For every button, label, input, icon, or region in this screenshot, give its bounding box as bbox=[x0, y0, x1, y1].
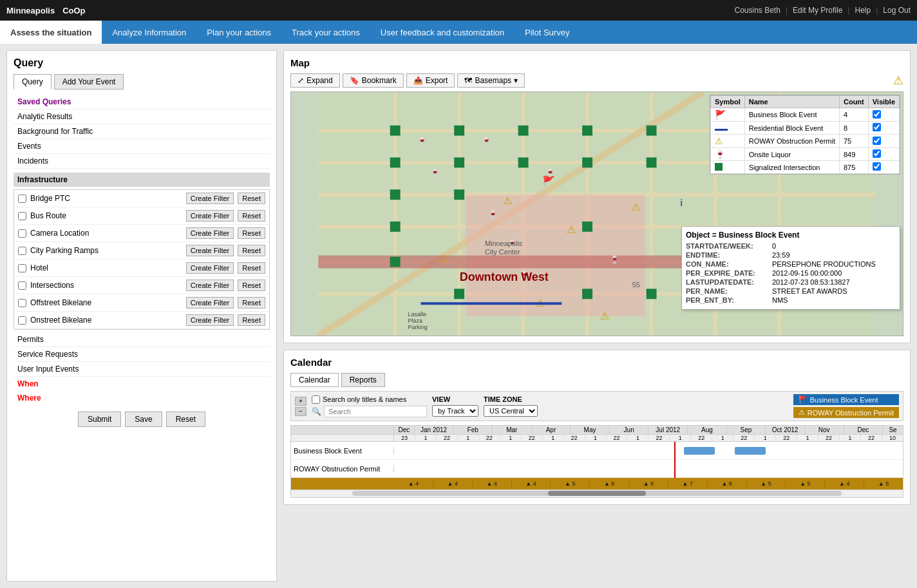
svg-text:⚠: ⚠ bbox=[439, 253, 448, 264]
tz-select[interactable]: US Central bbox=[484, 405, 538, 417]
month-may: May bbox=[571, 426, 610, 434]
scrollbar-thumb[interactable] bbox=[548, 491, 646, 496]
svg-text:⚠: ⚠ bbox=[600, 310, 609, 321]
svg-text:⚠: ⚠ bbox=[631, 202, 640, 213]
popup-val-4: 2012-07-23 08:53:13827 bbox=[772, 278, 850, 286]
search-titles-checkbox[interactable] bbox=[312, 395, 320, 404]
background-traffic-item[interactable]: Background for Traffic bbox=[14, 124, 270, 139]
offstreet-checkbox[interactable] bbox=[18, 299, 26, 307]
intersections-filter-btn[interactable]: Create Filter bbox=[186, 280, 234, 291]
popup-label-6: PER_ENT_BY: bbox=[686, 296, 770, 304]
camera-reset-btn[interactable]: Reset bbox=[238, 227, 265, 239]
parking-filter-btn[interactable]: Create Filter bbox=[186, 245, 234, 256]
gantt-date-label bbox=[291, 435, 394, 441]
expand-button[interactable]: ⤢ Expand bbox=[290, 73, 340, 88]
logout-link[interactable]: Log Out bbox=[883, 6, 911, 15]
user-input-events-item[interactable]: User Input Events bbox=[14, 362, 270, 377]
cal-expand-btn[interactable]: + bbox=[295, 397, 307, 406]
infra-hotel: Hotel Create Filter Reset bbox=[14, 260, 269, 277]
hotel-reset-btn[interactable]: Reset bbox=[238, 262, 265, 274]
gantt-scrollbar[interactable] bbox=[291, 489, 903, 497]
export-button[interactable]: 📤 Export bbox=[406, 73, 455, 88]
gantt-footer-cells: ▲ 4 ▲ 4 ▲ 4 ▲ 4 ▲ 5 ▲ 6 ▲ 6 ▲ 7 ▲ 8 ▲ 5 … bbox=[394, 480, 903, 487]
map-toolbar: ⤢ Expand 🔖 Bookmark 📤 Export 🗺 Basemaps … bbox=[290, 73, 903, 88]
liquor-visible-checkbox[interactable] bbox=[873, 149, 881, 158]
reset-button[interactable]: Reset bbox=[166, 412, 205, 427]
legend-symbol-header: Symbol bbox=[710, 96, 744, 108]
bookmark-button[interactable]: 🔖 Bookmark bbox=[343, 73, 404, 88]
legend-row-res: Residential Block Event 8 bbox=[710, 122, 899, 135]
bridge-checkbox[interactable] bbox=[18, 194, 26, 203]
dropdown-icon: ▾ bbox=[514, 76, 518, 85]
month-jan2012: Jan 2012 bbox=[415, 426, 454, 434]
search-input[interactable] bbox=[324, 406, 427, 417]
analytic-results-item[interactable]: Analytic Results bbox=[14, 109, 270, 124]
camera-filter-btn[interactable]: Create Filter bbox=[186, 227, 234, 239]
bridge-filter-btn[interactable]: Create Filter bbox=[186, 193, 234, 204]
map-title: Map bbox=[290, 57, 903, 68]
intersect-visible-checkbox[interactable] bbox=[873, 162, 881, 171]
popup-label-4: LASTUPDATEDATE: bbox=[686, 278, 770, 286]
current-date-line bbox=[674, 442, 676, 460]
tab-calendar[interactable]: Calendar bbox=[290, 373, 339, 387]
intersections-checkbox[interactable] bbox=[18, 281, 26, 290]
biz-bar-1[interactable] bbox=[684, 447, 714, 455]
when-link[interactable]: When bbox=[14, 377, 270, 391]
roway-visible-checkbox[interactable] bbox=[873, 137, 881, 145]
camera-checkbox[interactable] bbox=[18, 229, 26, 238]
tab-pilot[interactable]: Pilot Survey bbox=[515, 21, 580, 44]
help-link[interactable]: Help bbox=[855, 6, 871, 15]
map-section: Map ⤢ Expand 🔖 Bookmark 📤 Export 🗺 Basem… bbox=[283, 50, 911, 343]
tab-analyze[interactable]: Analyze Information bbox=[102, 21, 196, 44]
infrastructure-list: Bridge PTC Create Filter Reset Bus Route… bbox=[14, 189, 270, 330]
bus-filter-btn[interactable]: Create Filter bbox=[186, 210, 234, 222]
intersections-reset-btn[interactable]: Reset bbox=[238, 280, 265, 291]
events-item[interactable]: Events bbox=[14, 139, 270, 154]
onstreet-reset-btn[interactable]: Reset bbox=[238, 314, 265, 326]
cal-collapse-btn[interactable]: − bbox=[295, 407, 307, 416]
service-requests-item[interactable]: Service Requests bbox=[14, 347, 270, 362]
svg-rect-38 bbox=[647, 289, 657, 299]
offstreet-filter-btn[interactable]: Create Filter bbox=[186, 297, 234, 308]
popup-val-5: STREET EAT AWARDS bbox=[772, 287, 847, 295]
submit-button[interactable]: Submit bbox=[78, 412, 121, 427]
tab-assess[interactable]: Assess the situation bbox=[0, 21, 102, 44]
gantt-bars-roway bbox=[394, 460, 903, 478]
cal-legend-biz: 🚩 Business Block Event bbox=[793, 394, 899, 405]
tab-track[interactable]: Track your actions bbox=[281, 21, 370, 44]
bus-reset-btn[interactable]: Reset bbox=[238, 210, 265, 222]
tab-plan[interactable]: Plan your actions bbox=[196, 21, 281, 44]
svg-text:Minneapolis: Minneapolis bbox=[485, 240, 523, 247]
hotel-filter-btn[interactable]: Create Filter bbox=[186, 262, 234, 274]
bookmark-icon: 🔖 bbox=[350, 76, 359, 85]
where-link[interactable]: Where bbox=[14, 391, 270, 405]
hotel-checkbox[interactable] bbox=[18, 264, 26, 272]
tab-add-event[interactable]: Add Your Event bbox=[54, 74, 124, 90]
bridge-reset-btn[interactable]: Reset bbox=[238, 193, 265, 204]
res-visible-checkbox[interactable] bbox=[873, 123, 881, 131]
basemaps-button[interactable]: 🗺 Basemaps ▾ bbox=[457, 73, 525, 88]
incidents-item[interactable]: Incidents bbox=[14, 154, 270, 169]
onstreet-checkbox[interactable] bbox=[18, 316, 26, 325]
onstreet-filter-btn[interactable]: Create Filter bbox=[186, 314, 234, 326]
hotel-label: Hotel bbox=[30, 263, 182, 272]
svg-text:🍷: 🍷 bbox=[430, 167, 440, 177]
view-select[interactable]: by Track bbox=[432, 405, 478, 417]
infra-offstreet: Offstreet Bikelane Create Filter Reset bbox=[14, 294, 269, 312]
tab-feedback[interactable]: User feedback and customization bbox=[370, 21, 515, 44]
biz-visible-checkbox[interactable] bbox=[873, 110, 881, 119]
map-view[interactable]: ⚠ ⚠ ⚠ ⚠ ⚠ ⚠ 🍷 🍷 🍷 🍷 🍷 🍷 bbox=[290, 91, 903, 336]
parking-checkbox[interactable] bbox=[18, 247, 26, 255]
saved-queries-item[interactable]: Saved Queries bbox=[14, 95, 270, 109]
tab-query[interactable]: Query bbox=[14, 74, 52, 90]
biz-bar-2[interactable] bbox=[735, 447, 765, 455]
permits-item[interactable]: Permits bbox=[14, 332, 270, 347]
bus-checkbox[interactable] bbox=[18, 212, 26, 220]
tab-reports[interactable]: Reports bbox=[341, 373, 385, 387]
search-area: Search only titles & names 🔍 bbox=[312, 395, 427, 417]
save-button[interactable]: Save bbox=[125, 412, 162, 427]
edit-profile-link[interactable]: Edit My Profile bbox=[793, 6, 842, 15]
parking-reset-btn[interactable]: Reset bbox=[238, 245, 265, 256]
biz-legend-icon: 🚩 bbox=[799, 395, 808, 404]
offstreet-reset-btn[interactable]: Reset bbox=[238, 297, 265, 308]
